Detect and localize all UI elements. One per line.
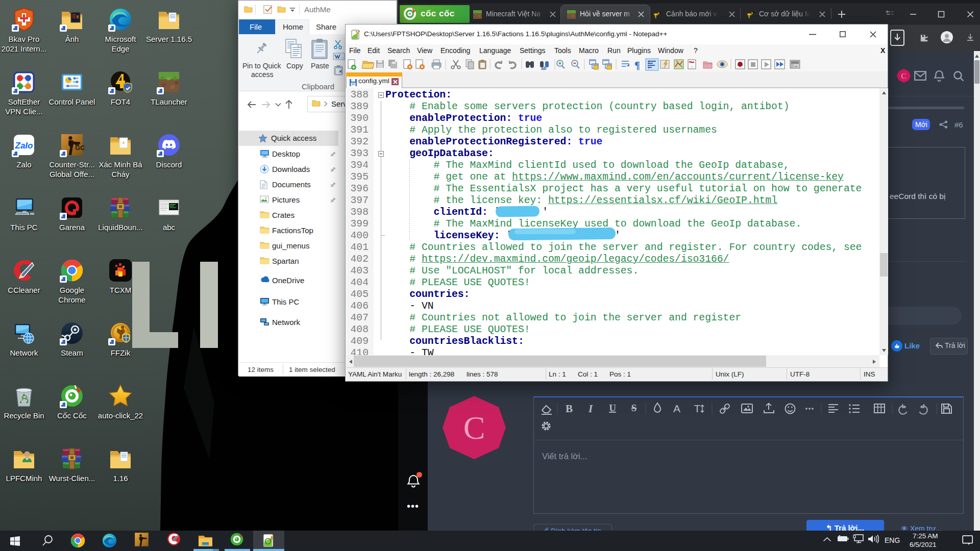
svg-text:T: T bbox=[694, 403, 701, 414]
svg-text:...: ... bbox=[340, 55, 344, 59]
svg-text:¶: ¶ bbox=[634, 60, 640, 71]
svg-text:B: B bbox=[566, 403, 573, 415]
svg-text:A: A bbox=[673, 403, 680, 414]
svg-text:U: U bbox=[609, 403, 616, 413]
svg-text:I: I bbox=[588, 403, 593, 415]
svg-text:Zalo: Zalo bbox=[15, 141, 33, 151]
svg-text:ab: ab bbox=[541, 66, 547, 71]
svg-text:C: C bbox=[901, 72, 906, 80]
svg-text:GO: GO bbox=[75, 144, 84, 152]
svg-text:S: S bbox=[631, 403, 637, 413]
svg-text:ue: ue bbox=[794, 65, 798, 68]
